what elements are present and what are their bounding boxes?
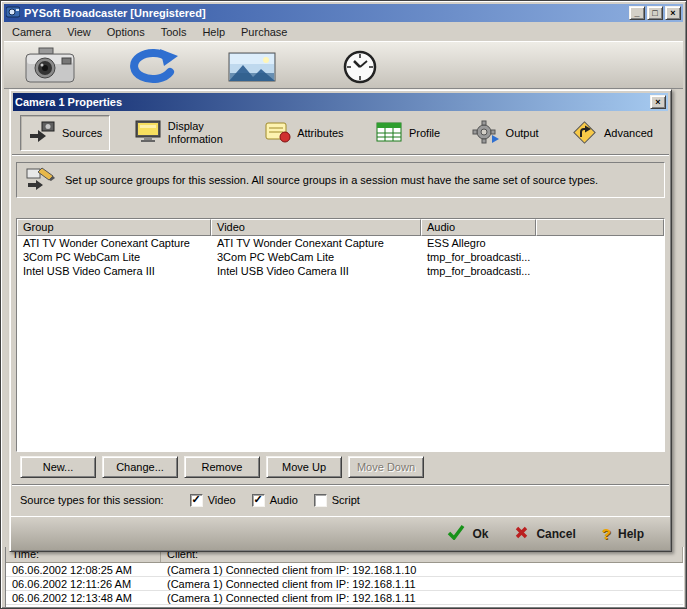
log-client: (Camera 1) Connected client from IP: 192… [161,564,683,576]
cell-group: 3Com PC WebCam Lite [17,251,211,263]
app-icon [6,5,20,21]
column-blank[interactable] [536,219,664,236]
tab-output[interactable]: Output [464,115,547,151]
remove-button[interactable]: Remove [184,456,260,478]
column-group[interactable]: Group [17,219,211,236]
menu-view[interactable]: View [59,23,99,41]
cell-video: Intel USB Video Camera III [211,265,421,277]
tab-display-information[interactable]: Display Information [126,115,240,151]
main-toolbar [4,41,683,89]
dialog-close-button[interactable]: × [650,95,666,109]
cancel-button[interactable]: Cancel [514,525,575,543]
log-time: 06.06.2002 12:08:25 AM [6,564,161,576]
tab-label: Output [506,127,539,140]
tab-label: Display Information [168,120,232,145]
menubar: Camera View Options Tools Help Purchase [4,22,683,41]
change-button[interactable]: Change... [102,456,178,478]
cancel-label: Cancel [536,527,575,541]
dialog-titlebar[interactable]: Camera 1 Properties × [13,93,668,111]
ok-check-icon [447,524,465,543]
log-row: 06.06.2002 12:08:25 AM (Camera 1) Connec… [6,563,683,577]
ok-label: Ok [472,527,488,541]
table-row[interactable]: Intel USB Video Camera III Intel USB Vid… [17,264,664,278]
sources-icon [28,120,56,146]
dialog-tabbar: Sources Display Information Attributes P… [14,113,667,153]
minimize-button[interactable]: _ [629,6,645,20]
source-type-video[interactable]: Video [190,494,236,507]
clock-tool-button[interactable] [340,47,380,90]
menu-tools[interactable]: Tools [153,23,195,41]
refresh-icon [124,73,178,88]
attributes-icon [263,120,291,146]
source-type-audio[interactable]: Audio [252,494,298,507]
info-panel: Set up source groups for this session. A… [16,162,665,198]
tab-sources[interactable]: Sources [20,115,110,151]
clock-icon [342,73,378,88]
log-client: (Camera 1) Connected client from IP: 192… [161,592,683,604]
move-down-button[interactable]: Move Down [348,456,424,478]
log-time: 06.06.2002 12:11:26 AM [6,578,161,590]
cell-audio: tmp_for_broadcasti... [421,251,536,263]
new-button[interactable]: New... [20,456,96,478]
tab-advanced[interactable]: Advanced [562,115,661,151]
tab-label: Sources [62,127,102,140]
help-button[interactable]: ? Help [602,525,644,542]
cell-group: Intel USB Video Camera III [17,265,211,277]
menu-camera[interactable]: Camera [4,23,59,41]
maximize-button[interactable]: □ [647,6,663,20]
dialog-title: Camera 1 Properties [15,96,646,108]
table-row[interactable]: ATI TV Wonder Conexant Capture ATI TV Wo… [17,236,664,250]
tab-label: Attributes [297,127,343,140]
log-row: 06.06.2002 12:11:26 AM (Camera 1) Connec… [6,577,683,591]
tab-attributes[interactable]: Attributes [255,115,351,151]
checkbox-label: Video [208,494,236,506]
window-controls: _ □ × [629,6,681,20]
advanced-icon [570,119,598,147]
log-time: 06.06.2002 12:13:48 AM [6,592,161,604]
profile-icon [375,120,403,146]
menu-help[interactable]: Help [194,23,233,41]
camera-icon [24,73,76,88]
cell-audio: tmp_for_broadcasti... [421,265,536,277]
tab-label: Advanced [604,127,653,140]
cell-video: 3Com PC WebCam Lite [211,251,421,263]
ok-button[interactable]: Ok [447,524,488,543]
log-panel: Time: Client: 06.06.2002 12:08:25 AM (Ca… [5,547,684,607]
checkbox-video[interactable] [190,494,203,507]
titlebar[interactable]: PYSoft Broadcaster [Unregistered] _ □ × [4,4,683,22]
tab-profile[interactable]: Profile [367,115,448,151]
app-window: PYSoft Broadcaster [Unregistered] _ □ × … [0,0,687,609]
source-groups-list: Group Video Audio ATI TV Wonder Conexant… [16,218,665,452]
log-row: 06.06.2002 12:13:48 AM (Camera 1) Connec… [6,591,683,605]
separator [12,154,669,156]
image-tool-button[interactable] [226,50,278,87]
checkbox-label: Audio [270,494,298,506]
display-information-icon [134,120,162,146]
camera-tool-button[interactable] [22,45,78,90]
source-types-row: Source types for this session: Video Aud… [20,490,376,510]
cancel-x-icon [514,525,529,543]
log-client: (Camera 1) Connected client from IP: 192… [161,578,683,590]
checkbox-script[interactable] [314,494,327,507]
tab-label: Profile [409,127,440,140]
cell-video: ATI TV Wonder Conexant Capture [211,237,421,249]
column-audio[interactable]: Audio [421,219,536,236]
menu-purchase[interactable]: Purchase [233,23,295,41]
image-icon [228,70,276,85]
menu-options[interactable]: Options [99,23,153,41]
info-text: Set up source groups for this session. A… [65,174,656,186]
cell-group: ATI TV Wonder Conexant Capture [17,237,211,249]
source-types-label: Source types for this session: [20,494,164,506]
table-row[interactable]: 3Com PC WebCam Lite 3Com PC WebCam Lite … [17,250,664,264]
source-type-script[interactable]: Script [314,494,360,507]
separator [12,484,669,486]
checkbox-label: Script [332,494,360,506]
checkbox-audio[interactable] [252,494,265,507]
list-actions: New... Change... Remove Move Up Move Dow… [20,456,424,478]
window-title: PYSoft Broadcaster [Unregistered] [24,7,625,19]
column-video[interactable]: Video [211,219,421,236]
refresh-arrows-icon-button[interactable] [122,47,180,90]
close-button[interactable]: × [665,6,681,20]
move-up-button[interactable]: Move Up [266,456,342,478]
help-label: Help [618,527,644,541]
